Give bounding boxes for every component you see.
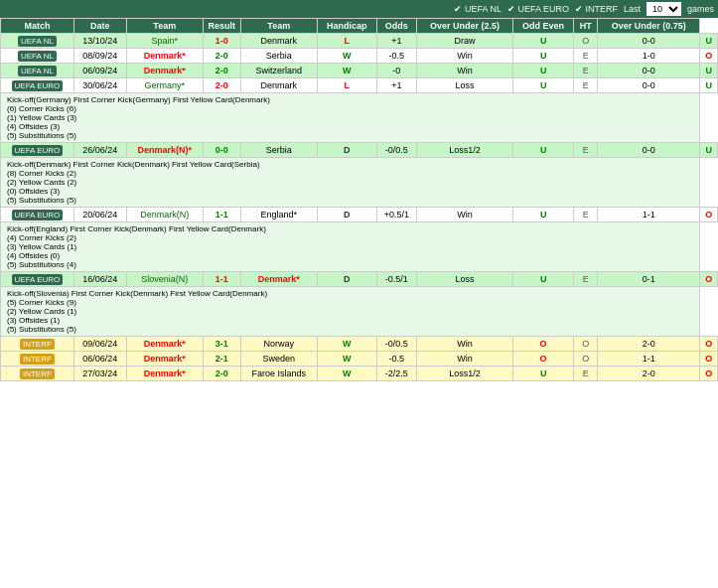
odd-even-value: E <box>574 78 598 93</box>
team1-name: Denmark(N)* <box>126 143 203 158</box>
match-date: 27/03/24 <box>73 367 126 381</box>
odds-value: Win <box>417 49 513 64</box>
ou25-value: U <box>512 208 574 222</box>
detail-row: Kick-off(Denmark) First Corner Kick(Denm… <box>1 158 718 208</box>
ou075-value: O <box>700 337 718 352</box>
team2-name: Sweden <box>240 352 317 367</box>
ou075-value: U <box>700 78 718 93</box>
ou25-value: U <box>512 272 574 287</box>
match-date: 06/09/24 <box>73 64 126 78</box>
ou25-value: O <box>512 352 574 367</box>
detail-row: Kick-off(Slovenia) First Corner Kick(Den… <box>1 287 718 337</box>
ou075-value: O <box>700 272 718 287</box>
match-row: UEFA NL08/09/24Denmark*2-0SerbiaW-0.5Win… <box>1 49 718 64</box>
ht-score: 0-0 <box>598 34 700 49</box>
ou25-value: U <box>512 49 574 64</box>
match-result: 2-1 <box>203 352 240 367</box>
detail-cell: Kick-off(Slovenia) First Corner Kick(Den… <box>1 287 700 337</box>
detail-row: Kick-off(England) First Corner Kick(Denm… <box>1 222 718 272</box>
odds-value: Loss <box>417 78 513 93</box>
match-outcome: W <box>317 367 376 381</box>
match-date: 06/06/24 <box>73 352 126 367</box>
last-label: Last <box>624 4 641 14</box>
match-result: 1-0 <box>203 34 240 49</box>
match-badge: INTERF <box>1 352 74 367</box>
team2-name: Switzerland <box>240 64 317 78</box>
team2-name: Serbia <box>240 49 317 64</box>
team1-name: Denmark* <box>126 367 203 381</box>
odds-value: Loss <box>417 272 513 287</box>
match-row: UEFA NL06/09/24Denmark*2-0SwitzerlandW-0… <box>1 64 718 78</box>
match-result: 2-0 <box>203 49 240 64</box>
team1-name: Denmark* <box>126 337 203 352</box>
odd-even-value: E <box>574 143 598 158</box>
match-date: 20/06/24 <box>73 208 126 222</box>
match-outcome: L <box>317 78 376 93</box>
match-badge: UEFA NL <box>1 64 74 78</box>
odd-even-value: E <box>574 208 598 222</box>
ou25-value: U <box>512 143 574 158</box>
match-result: 1-1 <box>203 272 240 287</box>
match-badge: INTERF <box>1 367 74 381</box>
match-date: 16/06/24 <box>73 272 126 287</box>
interf-label: ✔ INTERF <box>575 4 618 14</box>
odds-value: Win <box>417 64 513 78</box>
match-outcome: D <box>317 272 376 287</box>
col-date: Date <box>73 19 126 34</box>
uefa-nl-label: ✔ UEFA NL <box>454 4 502 14</box>
handicap-value: -0.5 <box>376 49 417 64</box>
col-result: Result <box>203 19 240 34</box>
match-row: UEFA EURO20/06/24Denmark(N)1-1England*D+… <box>1 208 718 222</box>
ou25-value: U <box>512 64 574 78</box>
odd-even-value: E <box>574 272 598 287</box>
match-badge: UEFA EURO <box>1 143 74 158</box>
ou075-value: U <box>700 34 718 49</box>
handicap-value: +0.5/1 <box>376 208 417 222</box>
team1-name: Spain* <box>126 34 203 49</box>
match-badge: UEFA EURO <box>1 272 74 287</box>
odds-value: Loss1/2 <box>417 143 513 158</box>
col-match: Match <box>1 19 74 34</box>
team1-name: Germany* <box>126 78 203 93</box>
match-badge: UEFA NL <box>1 34 74 49</box>
last-games-select[interactable]: 10 5 20 <box>646 2 681 16</box>
match-outcome: W <box>317 64 376 78</box>
ou075-value: U <box>700 143 718 158</box>
col-odds: Odds <box>376 19 417 34</box>
match-row: INTERF27/03/24Denmark*2-0Faroe IslandsW-… <box>1 367 718 381</box>
detail-cell: Kick-off(Germany) First Corner Kick(Germ… <box>1 93 700 143</box>
ht-score: 1-0 <box>598 49 700 64</box>
handicap-value: -0 <box>376 64 417 78</box>
handicap-value: -0/0.5 <box>376 143 417 158</box>
team1-name: Denmark* <box>126 64 203 78</box>
match-row: INTERF06/06/24Denmark*2-1SwedenW-0.5WinO… <box>1 352 718 367</box>
match-outcome: W <box>317 337 376 352</box>
col-oe: Odd Even <box>512 19 574 34</box>
odd-even-value: E <box>574 64 598 78</box>
ou075-value: O <box>700 208 718 222</box>
team2-name: Denmark* <box>240 272 317 287</box>
match-row: UEFA EURO30/06/24Germany*2-0DenmarkL+1Lo… <box>1 78 718 93</box>
odds-value: Draw <box>417 34 513 49</box>
ou075-value: O <box>700 49 718 64</box>
odd-even-value: O <box>574 337 598 352</box>
col-ht: HT <box>574 19 598 34</box>
ou25-value: U <box>512 78 574 93</box>
ht-score: 0-1 <box>598 272 700 287</box>
match-outcome: D <box>317 143 376 158</box>
handicap-value: +1 <box>376 34 417 49</box>
detail-cell: Kick-off(Denmark) First Corner Kick(Denm… <box>1 158 700 208</box>
ht-score: 1-1 <box>598 208 700 222</box>
odds-value: Win <box>417 337 513 352</box>
odd-even-value: E <box>574 367 598 381</box>
ou25-value: U <box>512 367 574 381</box>
match-badge: UEFA NL <box>1 49 74 64</box>
handicap-value: -0/0.5 <box>376 337 417 352</box>
team1-name: Denmark(N) <box>126 208 203 222</box>
match-result: 2-0 <box>203 64 240 78</box>
col-ou25: Over Under (2.5) <box>417 19 513 34</box>
ht-score: 0-0 <box>598 64 700 78</box>
match-badge: UEFA EURO <box>1 78 74 93</box>
detail-row: Kick-off(Germany) First Corner Kick(Germ… <box>1 93 718 143</box>
match-result: 3-1 <box>203 337 240 352</box>
